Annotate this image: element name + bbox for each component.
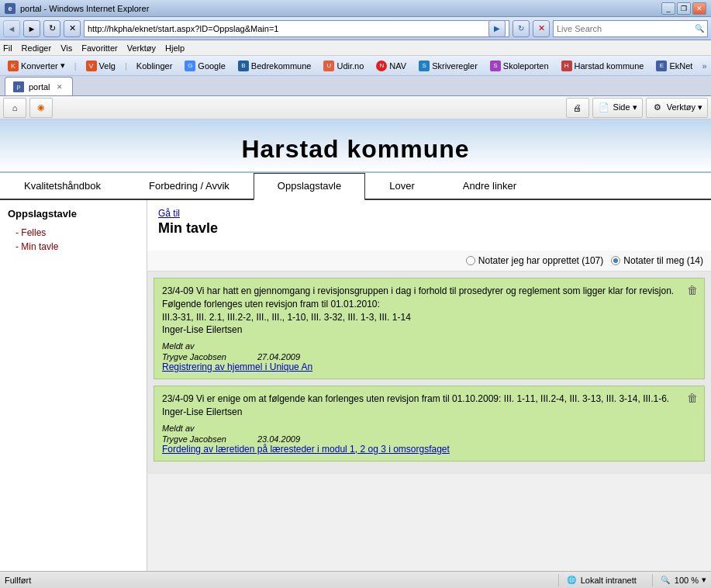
menu-bar: Fil Rediger Vis Favoritter Verktøy Hjelp [0, 40, 711, 56]
notes-area: 🗑 23/4-09 Vi har hatt en gjennomgang i r… [147, 272, 711, 474]
page-title: Min tavle [158, 220, 700, 237]
bookmark-skoleporten[interactable]: S Skoleporten [487, 59, 552, 73]
status-bar: Fullført 🌐 Lokalt intranett 🔍 100 % ▾ [0, 571, 711, 588]
tools-toolbar-button[interactable]: ⚙ Verktøy ▾ [646, 98, 708, 118]
search-bar: 🔍 [553, 20, 708, 37]
tab-favicon: p [13, 81, 24, 92]
search-input[interactable] [557, 24, 695, 33]
radio-opprettet[interactable]: Notater jeg har opprettet (107) [466, 255, 603, 266]
page-toolbar-button[interactable]: 📄 Side ▾ [592, 98, 643, 118]
tab-bar: p portal ✕ [0, 76, 711, 96]
radio-circle-opprettet [466, 256, 475, 265]
main-layout: Oppslagstavle - Felles - Min tavle Gå ti… [0, 200, 711, 571]
print-toolbar-button[interactable]: 🖨 [566, 98, 589, 118]
eknet-icon: E [656, 61, 667, 71]
restore-button[interactable]: ❐ [677, 2, 691, 15]
search-go-button[interactable]: 🔍 [695, 24, 704, 33]
note-date-2: 23.04.2009 [257, 434, 300, 444]
status-zoom: 🔍 100 % ▾ [652, 574, 706, 586]
google-icon: G [185, 61, 195, 71]
home-toolbar-button[interactable]: ⌂ [3, 98, 26, 118]
sidebar-item-felles[interactable]: - Felles [8, 226, 139, 240]
radio-circle-til-meg [611, 256, 620, 265]
refresh-button[interactable]: ↻ [43, 20, 60, 37]
menu-hjelp[interactable]: Hjelp [165, 43, 185, 53]
stop-btn2[interactable]: ✕ [533, 20, 550, 37]
note-text-1: 23/4-09 Vi har hatt en gjennomgang i rev… [162, 285, 696, 337]
rss-toolbar-button[interactable]: ◉ [29, 98, 53, 118]
tab-close-button[interactable]: ✕ [55, 82, 64, 92]
skriveregler-icon: S [419, 61, 430, 71]
site-title: Harstad kommune [0, 135, 711, 164]
bookmark-skriveregler[interactable]: S Skriveregler [416, 59, 481, 73]
bookmark-harstad[interactable]: H Harstad kommune [558, 59, 647, 73]
network-icon: 🌐 [565, 574, 578, 586]
konverter-icon: K [8, 61, 19, 71]
goto-link[interactable]: Gå til [158, 208, 700, 219]
bookmarks-bar: K Konverter▾ | V Velg | Koblinger G Goog… [0, 56, 711, 76]
nav-oppslagstavle[interactable]: Oppslagstavle [254, 173, 365, 200]
menu-verktoy[interactable]: Verktøy [127, 43, 156, 53]
go-button[interactable]: ▶ [488, 20, 506, 37]
refresh-btn2[interactable]: ↻ [513, 20, 530, 37]
note-meldt-label-2: Meldt av [162, 424, 696, 433]
page-icon: 📄 [598, 102, 610, 114]
content-header: Gå til Min tavle [147, 200, 711, 251]
menu-rediger[interactable]: Rediger [22, 43, 52, 53]
address-input[interactable] [88, 24, 488, 33]
bookmark-konverter[interactable]: K Konverter▾ [5, 59, 68, 73]
nav-forbedring[interactable]: Forbedring / Avvik [125, 173, 254, 199]
home-icon: ⌂ [9, 102, 21, 114]
note-card-1: 🗑 23/4-09 Vi har hatt en gjennomgang i r… [154, 278, 705, 379]
bedrekommune-icon: B [238, 61, 249, 71]
stop-button[interactable]: ✕ [64, 20, 81, 37]
note-link-1[interactable]: Registrering av hjemmel i Unique An [162, 361, 312, 372]
menu-fil[interactable]: Fil [3, 43, 12, 53]
note-text-2: 23/4-09 Vi er enige om at følgende kan f… [162, 393, 696, 419]
minimize-button[interactable]: _ [661, 2, 675, 15]
bookmark-udir[interactable]: U Udir.no [320, 59, 367, 73]
note-delete-1[interactable]: 🗑 [685, 283, 699, 297]
note-meldt-label-1: Meldt av [162, 341, 696, 351]
nav-andre-linker[interactable]: Andre linker [439, 173, 540, 199]
nav-lover[interactable]: Lover [365, 173, 439, 199]
bookmark-nav[interactable]: N NAV [373, 59, 409, 73]
print-icon: 🖨 [571, 102, 584, 114]
bookmark-eknet[interactable]: E EkNet [653, 59, 695, 73]
radio-area: Notater jeg har opprettet (107) Notater … [147, 251, 711, 272]
sidebar-title: Oppslagstavle [8, 208, 139, 220]
note-card-2: 🗑 23/4-09 Vi er enige om at følgende kan… [154, 386, 705, 462]
nav-icon: N [376, 61, 387, 71]
more-bookmarks-button[interactable]: » [702, 61, 706, 71]
note-footer-2: Trygve Jacobsen 23.04.2009 [162, 434, 696, 444]
harstad-icon: H [561, 61, 572, 71]
note-link-2[interactable]: Fordeling av læretiden på læresteder i m… [162, 444, 450, 455]
tools-icon: ⚙ [651, 102, 664, 114]
close-button[interactable]: ✕ [692, 2, 706, 15]
sidebar-item-min-tavle[interactable]: - Min tavle [8, 240, 139, 254]
nav-kvalitetshandbok[interactable]: Kvalitetshåndbok [0, 173, 125, 199]
udir-icon: U [323, 61, 334, 71]
status-network: 🌐 Lokalt intranett [558, 574, 637, 586]
window-controls: _ ❐ ✕ [661, 2, 706, 15]
address-bar: ▶ [84, 20, 509, 37]
menu-vis[interactable]: Vis [60, 43, 72, 53]
navigation-bar: ◄ ► ↻ ✕ ▶ ↻ ✕ 🔍 [0, 17, 711, 40]
bookmark-bedrekommune[interactable]: B Bedrekommune [235, 59, 315, 73]
radio-til-meg[interactable]: Notater til meg (14) [611, 255, 703, 266]
portal-tab[interactable]: p portal ✕ [5, 77, 73, 95]
bookmark-koblinger[interactable]: Koblinger [133, 60, 175, 72]
skoleporten-icon: S [490, 61, 501, 71]
back-button[interactable]: ◄ [3, 20, 20, 37]
note-delete-2[interactable]: 🗑 [685, 391, 699, 405]
note-author-1: Trygve Jacobsen [162, 352, 226, 361]
menu-favoritter[interactable]: Favoritter [81, 43, 117, 53]
velg-icon: V [86, 61, 97, 71]
forward-button[interactable]: ► [23, 20, 40, 37]
page-header: Harstad kommune [0, 119, 711, 173]
bookmark-google[interactable]: G Google [181, 59, 228, 73]
rss-icon: ◉ [35, 102, 47, 114]
bookmark-velg[interactable]: V Velg [83, 59, 119, 73]
note-author-2: Trygve Jacobsen [162, 434, 226, 444]
ie-toolbar: ⌂ ◉ 🖨 📄 Side ▾ ⚙ Verktøy ▾ [0, 96, 711, 119]
